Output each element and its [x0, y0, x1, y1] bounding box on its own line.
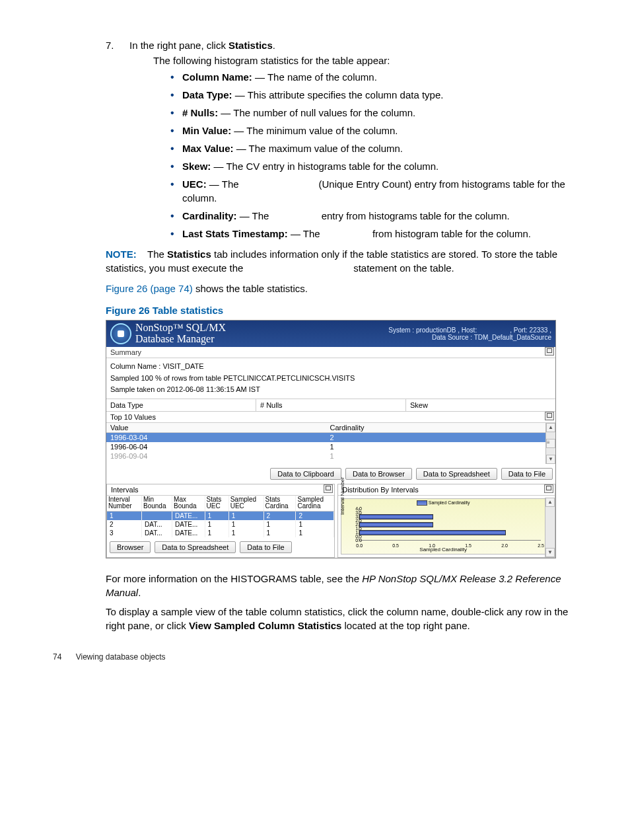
step-followup: The following histogram statistics for t…	[153, 55, 577, 66]
data-to-file-button[interactable]: Data to File	[501, 468, 553, 480]
chart-ylabel: Interval Number	[339, 463, 345, 529]
scroll-down-icon[interactable]: ▼	[545, 548, 555, 557]
maximize-icon[interactable]	[545, 347, 554, 356]
figure-screenshot: NonStop™ SQL/MX Database Manager System …	[106, 320, 556, 558]
note-block: NOTE: The Statistics tab includes inform…	[106, 247, 577, 275]
bullet-list: Column Name: — The name of the column. D…	[166, 70, 577, 241]
step-number: 7.	[106, 40, 114, 51]
summary-body: Column Name : VISIT_DATE Sampled 100 % o…	[106, 358, 555, 399]
figure-link[interactable]: Figure 26 (page 74)	[106, 283, 193, 294]
scrollbar[interactable]: ▲ ▼	[545, 498, 555, 557]
distribution-title: Distribution By Intervals	[338, 484, 555, 496]
top10-table[interactable]: ValueCardinality 1996-03-042 1996-06-041…	[106, 423, 545, 461]
summary-section-label: Summary	[106, 347, 555, 358]
data-to-spreadsheet-button[interactable]: Data to Spreadsheet	[416, 468, 497, 480]
app-header: NonStop™ SQL/MX Database Manager System …	[106, 321, 555, 347]
chart-bar	[359, 514, 433, 519]
footer-section: Viewing database objects	[76, 652, 166, 662]
maximize-icon[interactable]	[324, 484, 333, 493]
distribution-chart: Sampled Cardinality Interval Number 0.00…	[341, 498, 545, 554]
maximize-icon[interactable]	[544, 484, 553, 493]
intervals-file-button[interactable]: Data to File	[240, 541, 291, 553]
scroll-up-icon[interactable]: ▲	[545, 498, 555, 507]
chart-bar	[359, 522, 433, 527]
data-to-browser-button[interactable]: Data to Browser	[345, 468, 412, 480]
data-to-clipboard-button[interactable]: Data to Clipboard	[270, 468, 341, 480]
scroll-thumb[interactable]: ≡	[546, 439, 555, 448]
header-status: System : productionDB , Host: , Port: 22…	[388, 326, 551, 341]
app-logo-icon	[110, 323, 131, 344]
post-text: For more information on the HISTOGRAMS t…	[106, 572, 577, 632]
table-row[interactable]: 3DAT...DATE...1111	[107, 529, 334, 537]
chart-legend: Sampled Cardinality	[341, 499, 545, 506]
app-title: NonStop™ SQL/MX Database Manager	[135, 323, 226, 345]
intervals-table[interactable]: Interval Number Min Bounda Max Bounda St…	[107, 496, 334, 537]
scroll-down-icon[interactable]: ▼	[546, 455, 555, 464]
scrollbar[interactable]: ▲ ≡ ▼	[545, 423, 555, 464]
page-footer: 74 Viewing database objects	[53, 652, 577, 662]
figure-reference: Figure 26 (page 74) shows the table stat…	[106, 282, 577, 295]
table-row[interactable]: 2DAT...DATE...1111	[107, 520, 334, 529]
intervals-browser-button[interactable]: Browser	[110, 541, 151, 553]
maximize-icon[interactable]	[545, 412, 554, 420]
chart-bar	[359, 530, 506, 535]
intervals-title: Intervals	[107, 484, 334, 496]
scroll-up-icon[interactable]: ▲	[546, 423, 555, 432]
table-row[interactable]: 1996-03-042	[106, 432, 545, 442]
step-text: In the right pane, click Statistics.	[129, 40, 275, 51]
table-row[interactable]: 1996-06-041	[106, 442, 545, 451]
table-row[interactable]: 1996-09-041	[106, 451, 545, 461]
intervals-spreadsheet-button[interactable]: Data to Spreadsheet	[155, 541, 236, 553]
table-row[interactable]: 1DATE...1122	[107, 511, 334, 520]
top10-label: Top 10 Values	[106, 412, 555, 423]
chart-xlabel: Sampled Cardinality	[341, 547, 545, 553]
figure-title: Figure 26 Table statistics	[106, 305, 577, 316]
page-number: 74	[53, 652, 61, 662]
legend-swatch-icon	[417, 500, 427, 506]
summary-columns: Data Type # Nulls Skew	[106, 399, 555, 412]
